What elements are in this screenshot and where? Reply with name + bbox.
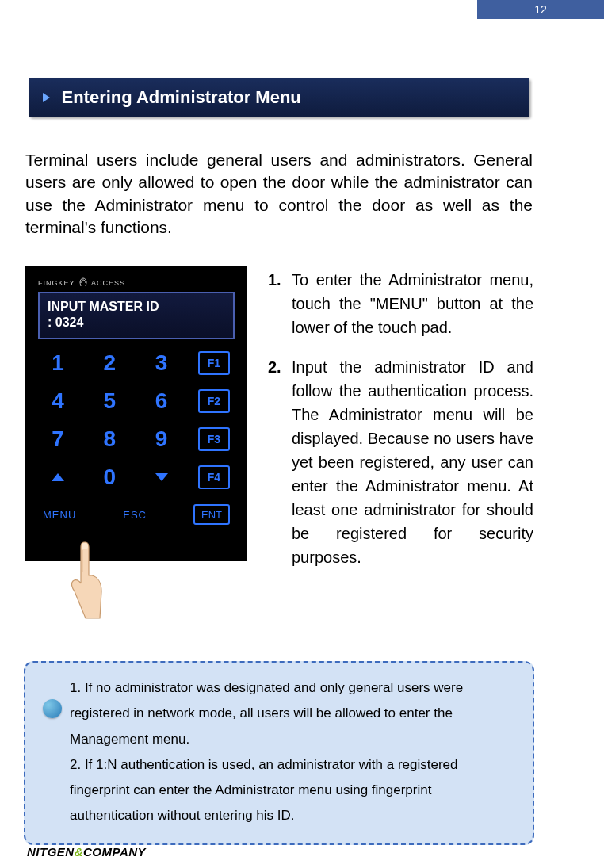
tip-line-1: 1. If no administrator was designated an… bbox=[70, 675, 517, 752]
device-brand: FINGKEY ACCESS bbox=[38, 277, 235, 287]
key-8[interactable]: 8 bbox=[94, 426, 124, 452]
key-2[interactable]: 2 bbox=[94, 350, 124, 376]
step-number: 1. bbox=[268, 268, 292, 339]
step-text: Input the administrator ID and follow th… bbox=[292, 355, 533, 569]
footer-part-b: COMPANY bbox=[83, 845, 146, 858]
key-3[interactable]: 3 bbox=[147, 350, 177, 376]
step-number: 2. bbox=[268, 355, 292, 569]
key-4[interactable]: 4 bbox=[43, 388, 73, 414]
key-7[interactable]: 7 bbox=[43, 426, 73, 452]
key-f1[interactable]: F1 bbox=[198, 351, 230, 375]
brand-left: FINGKEY bbox=[38, 279, 75, 287]
key-5[interactable]: 5 bbox=[94, 388, 124, 414]
terminal-device: FINGKEY ACCESS INPUT MASTER ID : 0324 1 … bbox=[25, 266, 247, 561]
key-f4[interactable]: F4 bbox=[198, 465, 230, 489]
tip-box: 1. If no administrator was designated an… bbox=[24, 661, 534, 845]
fingerprint-icon bbox=[79, 277, 87, 287]
screen-line-2: : 0324 bbox=[48, 315, 225, 330]
device-screen: INPUT MASTER ID : 0324 bbox=[38, 292, 235, 339]
pointing-finger-icon bbox=[62, 539, 109, 634]
key-6[interactable]: 6 bbox=[147, 388, 177, 414]
tip-line-2: 2. If 1:N authentication is used, an adm… bbox=[70, 752, 517, 829]
key-9[interactable]: 9 bbox=[147, 426, 177, 452]
key-ent[interactable]: ENT bbox=[193, 504, 230, 525]
svg-marker-0 bbox=[52, 473, 64, 481]
footer-brand: NITGEN&COMPANY bbox=[27, 845, 146, 858]
arrow-right-icon bbox=[43, 93, 50, 102]
footer-part-a: NITGEN bbox=[27, 845, 75, 858]
key-f2[interactable]: F2 bbox=[198, 389, 230, 413]
step-text: To enter the Administrator menu, touch t… bbox=[292, 268, 533, 339]
brand-right: ACCESS bbox=[91, 279, 125, 287]
step-1: 1. To enter the Administrator menu, touc… bbox=[268, 268, 533, 339]
footer-amp: & bbox=[75, 845, 83, 858]
key-down[interactable] bbox=[147, 472, 177, 482]
key-1[interactable]: 1 bbox=[43, 350, 73, 376]
tip-icon bbox=[43, 699, 62, 718]
key-esc[interactable]: ESC bbox=[123, 509, 147, 521]
svg-point-2 bbox=[82, 543, 88, 549]
svg-marker-1 bbox=[155, 473, 168, 481]
keypad: 1 2 3 F1 4 5 6 F2 7 8 9 F3 0 F4 bbox=[38, 350, 235, 490]
intro-paragraph: Terminal users include general users and… bbox=[25, 149, 533, 239]
key-up[interactable] bbox=[43, 472, 73, 482]
screen-line-1: INPUT MASTER ID bbox=[48, 300, 225, 314]
key-f3[interactable]: F3 bbox=[198, 427, 230, 451]
step-list: 1. To enter the Administrator menu, touc… bbox=[268, 268, 533, 585]
key-menu[interactable]: MENU bbox=[43, 509, 76, 521]
step-2: 2. Input the administrator ID and follow… bbox=[268, 355, 533, 569]
key-0[interactable]: 0 bbox=[94, 465, 124, 490]
section-title: Entering Administrator Menu bbox=[61, 87, 300, 107]
section-title-bar: Entering Administrator Menu bbox=[29, 78, 529, 117]
page-number-header: 12 bbox=[477, 0, 604, 19]
